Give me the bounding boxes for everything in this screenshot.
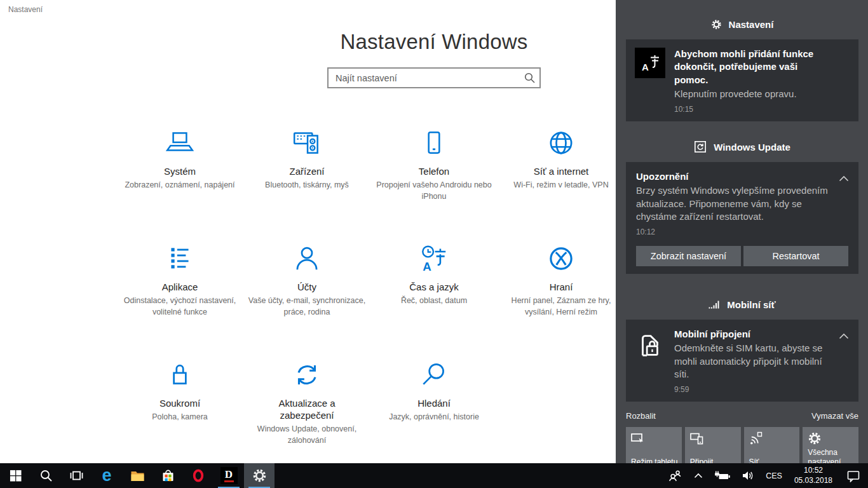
tile-devices[interactable]: Zařízení Bluetooth, tiskárny, myš [245, 126, 369, 202]
notification-time: 9:59 [674, 385, 848, 394]
tile-subtitle: Windows Update, obnovení, zálohování [248, 423, 366, 446]
notification-time: 10:12 [636, 227, 848, 236]
store-button[interactable] [153, 463, 183, 488]
edge-icon: e [102, 467, 111, 484]
action-center-panel: Nastavení A Abychom mohli přidání funkce… [616, 0, 868, 463]
search-icon [40, 470, 52, 482]
settings-tile-grid: Systém Zobrazení, oznámení, napájení Zař… [116, 126, 625, 446]
collapse-chevron-icon[interactable] [839, 330, 849, 342]
group-label: Mobilní síť [727, 299, 775, 310]
tile-time-language[interactable]: A Čas a jazyk Řeč, oblast, datum [372, 241, 496, 318]
magnifier-icon [418, 358, 450, 391]
tile-title: Telefon [419, 165, 449, 177]
opera-icon [193, 469, 204, 482]
tile-network[interactable]: Síť a internet Wi-Fi, režim v letadle, V… [499, 126, 623, 202]
tile-update-security[interactable]: Aktualizace a zabezpečení Windows Update… [245, 358, 369, 446]
tile-title: Čas a jazyk [409, 281, 459, 293]
notification-body: Odemkněte si SIM kartu, abyste se mohli … [674, 342, 848, 381]
notification-settings[interactable]: A Abychom mohli přidání funkce dokončit,… [626, 39, 858, 121]
tile-phone[interactable]: Telefon Propojení vašeho Androidu nebo i… [372, 126, 496, 202]
battery-tray-button[interactable] [709, 463, 736, 488]
expand-link[interactable]: Rozbalit [626, 411, 656, 421]
taskbar-search-button[interactable] [31, 463, 61, 488]
tile-subtitle: Herní panel, Záznam ze hry, vysílání, He… [502, 295, 620, 318]
collapse-chevron-icon[interactable] [839, 173, 849, 184]
tile-title: Systém [164, 165, 196, 177]
language-indicator[interactable]: CES [760, 463, 788, 488]
notification-body: Brzy systém Windows vylepšíme provedením… [636, 184, 848, 223]
show-settings-button[interactable]: Zobrazit nastavení [636, 246, 741, 266]
tray-overflow-chevron[interactable] [688, 463, 709, 488]
tile-title: Síť a internet [534, 165, 589, 177]
dictionary-app-button[interactable]: D [214, 463, 244, 488]
notification-title: Upozornění [636, 170, 848, 183]
task-view-icon [70, 470, 83, 482]
speaker-icon [742, 470, 754, 481]
group-header-windows-update[interactable]: Windows Update [626, 133, 858, 161]
tile-title: Zařízení [289, 165, 324, 177]
system-tray: CES 10:52 05.03.2018 [663, 463, 868, 488]
volume-tray-button[interactable] [736, 463, 760, 488]
network-icon [749, 431, 763, 448]
phone-icon [418, 126, 450, 159]
notification-cellular[interactable]: Mobilní připojení Odemkněte si SIM kartu… [626, 320, 858, 402]
tile-gaming[interactable]: Hraní Herní panel, Záznam ze hry, vysílá… [499, 241, 623, 318]
tile-title: Účty [297, 281, 316, 293]
tablet-mode-icon [631, 431, 645, 448]
chevron-up-icon [694, 473, 703, 478]
svg-text:A: A [642, 62, 649, 72]
file-explorer-button[interactable] [122, 463, 153, 488]
tile-title: Aplikace [162, 281, 198, 293]
tile-title: Hledání [417, 397, 451, 409]
settings-search [327, 67, 541, 88]
language-pack-icon: A [635, 48, 665, 78]
tile-subtitle: Vaše účty, e-mail, synchronizace, práce,… [248, 295, 366, 318]
signal-bars-icon [709, 299, 720, 310]
tile-subtitle: Poloha, kamera [152, 411, 208, 423]
sim-lock-icon [635, 328, 665, 394]
taskbar: e D CES 10:52 05.03.2018 [0, 463, 868, 488]
tile-subtitle: Řeč, oblast, datum [401, 295, 467, 306]
tile-privacy[interactable]: Soukromí Poloha, kamera [118, 358, 242, 446]
update-icon [291, 358, 323, 391]
tile-subtitle: Propojení vašeho Androidu nebo iPhonu [375, 179, 493, 202]
clock[interactable]: 10:52 05.03.2018 [788, 463, 839, 488]
tile-subtitle: Wi-Fi, režim v letadle, VPN [513, 179, 608, 191]
group-header-cellular[interactable]: Mobilní síť [626, 290, 858, 318]
clear-all-link[interactable]: Vymazat vše [811, 411, 858, 421]
start-button[interactable] [0, 463, 31, 488]
tile-apps[interactable]: Aplikace Odinstalace, výchozí nastavení,… [118, 241, 242, 318]
connect-icon [690, 431, 704, 448]
notification-windows-update[interactable]: Upozornění Brzy systém Windows vylepšíme… [626, 162, 858, 274]
settings-app-button[interactable] [244, 463, 275, 488]
restart-button[interactable]: Restartovat [743, 246, 848, 266]
tile-system[interactable]: Systém Zobrazení, oznámení, napájení [118, 126, 242, 202]
folder-icon [130, 470, 145, 482]
windows-logo-icon [10, 470, 22, 482]
edge-button[interactable]: e [92, 463, 122, 488]
opera-button[interactable] [183, 463, 214, 488]
xbox-icon [545, 241, 577, 274]
action-center-button[interactable] [839, 463, 868, 488]
tile-accounts[interactable]: Účty Vaše účty, e-mail, synchronizace, p… [245, 241, 369, 318]
d-app-icon: D [220, 467, 238, 484]
battery-charging-icon [714, 470, 731, 481]
notification-body: Klepnutím provedete opravu. [674, 88, 848, 100]
account-icon [291, 241, 323, 274]
lock-icon [164, 358, 196, 391]
window-title: Nastavení [8, 5, 43, 14]
people-tray-button[interactable] [663, 463, 688, 488]
group-label: Windows Update [714, 142, 790, 152]
search-input[interactable] [327, 67, 541, 88]
group-header-settings[interactable]: Nastavení [626, 10, 858, 38]
tile-subtitle: Bluetooth, tiskárny, myš [265, 179, 349, 191]
tile-title: Hraní [550, 281, 573, 293]
task-view-button[interactable] [61, 463, 92, 488]
notification-time: 10:15 [674, 105, 848, 114]
store-icon [161, 469, 175, 482]
gear-icon [808, 431, 822, 448]
tile-search[interactable]: Hledání Jazyk, oprávnění, historie [372, 358, 496, 446]
windows-update-icon [694, 140, 707, 153]
tile-title: Soukromí [159, 397, 200, 409]
gear-icon [711, 19, 722, 30]
